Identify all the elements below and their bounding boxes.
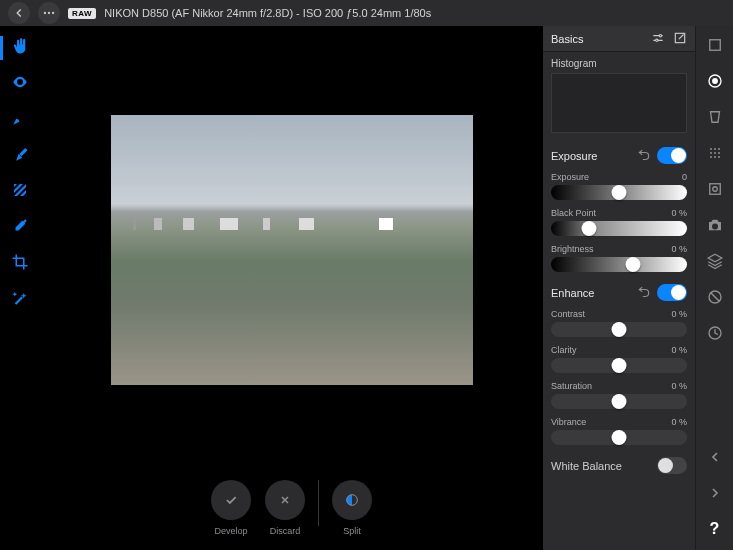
svg-point-13 bbox=[710, 152, 712, 154]
discard-label: Discard bbox=[270, 526, 301, 536]
svg-point-1 bbox=[48, 12, 50, 14]
svg-rect-19 bbox=[709, 184, 720, 195]
histogram-label: Histogram bbox=[551, 58, 687, 69]
saturation-slider-value: 0 % bbox=[671, 381, 687, 391]
svg-point-15 bbox=[718, 152, 720, 154]
header-bar: RAW NIKON D850 (AF Nikkor 24mm f/2.8D) -… bbox=[0, 0, 733, 26]
saturation-slider-label: Saturation bbox=[551, 381, 592, 391]
split-label: Split bbox=[343, 526, 361, 536]
svg-point-2 bbox=[52, 12, 54, 14]
exposure-section-title: Exposure bbox=[551, 150, 597, 162]
brightness-slider-value: 0 % bbox=[671, 244, 687, 254]
preview-image bbox=[111, 115, 473, 385]
left-toolbar bbox=[0, 26, 40, 550]
enhance-toggle[interactable] bbox=[657, 284, 687, 301]
clarity-slider-label: Clarity bbox=[551, 345, 577, 355]
blackpoint-slider[interactable] bbox=[551, 221, 687, 236]
next-image-icon[interactable] bbox=[704, 482, 726, 504]
crop-straighten-icon[interactable] bbox=[704, 34, 726, 56]
disabled-icon[interactable] bbox=[704, 286, 726, 308]
crop-tool-icon[interactable] bbox=[8, 250, 32, 274]
paintbrush-tool-icon[interactable] bbox=[8, 142, 32, 166]
enhance-reset-icon[interactable] bbox=[637, 286, 651, 300]
layers-icon[interactable] bbox=[704, 250, 726, 272]
geometry-icon[interactable] bbox=[704, 106, 726, 128]
white-balance-toggle[interactable] bbox=[657, 457, 687, 474]
vibrance-slider[interactable] bbox=[551, 430, 687, 445]
svg-rect-7 bbox=[709, 40, 720, 51]
exposure-slider-label: Exposure bbox=[551, 172, 589, 182]
svg-point-17 bbox=[714, 156, 716, 158]
magic-wand-tool-icon[interactable] bbox=[8, 286, 32, 310]
exposure-slider-value: 0 bbox=[682, 172, 687, 182]
raw-badge: RAW bbox=[68, 8, 96, 19]
brush-tool-icon[interactable] bbox=[8, 106, 32, 130]
svg-point-11 bbox=[714, 148, 716, 150]
eye-tool-icon[interactable] bbox=[8, 70, 32, 94]
clarity-slider-value: 0 % bbox=[671, 345, 687, 355]
exposure-reset-icon[interactable] bbox=[637, 149, 651, 163]
blackpoint-slider-label: Black Point bbox=[551, 208, 596, 218]
svg-point-14 bbox=[714, 152, 716, 154]
image-canvas[interactable] bbox=[40, 26, 543, 474]
develop-label: Develop bbox=[214, 526, 247, 536]
image-metadata-title: NIKON D850 (AF Nikkor 24mm f/2.8D) - ISO… bbox=[104, 7, 431, 19]
gradient-tool-icon[interactable] bbox=[8, 178, 32, 202]
eyedropper-tool-icon[interactable] bbox=[8, 214, 32, 238]
contrast-slider-value: 0 % bbox=[671, 309, 687, 319]
svg-point-16 bbox=[710, 156, 712, 158]
saturation-slider[interactable] bbox=[551, 394, 687, 409]
brightness-slider-label: Brightness bbox=[551, 244, 594, 254]
svg-point-12 bbox=[718, 148, 720, 150]
develop-button[interactable] bbox=[211, 480, 251, 520]
right-toolbar: ? bbox=[695, 26, 733, 550]
contrast-slider[interactable] bbox=[551, 322, 687, 337]
contrast-slider-label: Contrast bbox=[551, 309, 585, 319]
expand-icon[interactable] bbox=[673, 31, 687, 47]
svg-point-20 bbox=[712, 187, 717, 192]
settings-sliders-icon[interactable] bbox=[651, 31, 665, 47]
svg-point-10 bbox=[710, 148, 712, 150]
svg-point-5 bbox=[656, 39, 658, 41]
vibrance-slider-value: 0 % bbox=[671, 417, 687, 427]
adjustments-panel: Basics Histogram Exposure Exposure0 Blac… bbox=[543, 26, 695, 550]
vibrance-slider-label: Vibrance bbox=[551, 417, 586, 427]
prev-image-icon[interactable] bbox=[704, 446, 726, 468]
histogram-box[interactable] bbox=[551, 73, 687, 133]
white-balance-section-title: White Balance bbox=[551, 460, 622, 472]
exposure-slider[interactable] bbox=[551, 185, 687, 200]
panel-title: Basics bbox=[551, 33, 583, 45]
noise-icon[interactable] bbox=[704, 142, 726, 164]
more-button[interactable] bbox=[38, 2, 60, 24]
svg-point-9 bbox=[712, 79, 717, 84]
clarity-slider[interactable] bbox=[551, 358, 687, 373]
svg-point-4 bbox=[659, 34, 661, 36]
svg-point-0 bbox=[44, 12, 46, 14]
back-button[interactable] bbox=[8, 2, 30, 24]
split-button[interactable] bbox=[332, 480, 372, 520]
discard-button[interactable] bbox=[265, 480, 305, 520]
sharpen-icon[interactable] bbox=[704, 178, 726, 200]
adjust-panel-icon[interactable] bbox=[704, 70, 726, 92]
hand-tool-icon[interactable] bbox=[8, 34, 32, 58]
brightness-slider[interactable] bbox=[551, 257, 687, 272]
bottom-action-bar: Develop Discard Split bbox=[40, 474, 543, 550]
blackpoint-slider-value: 0 % bbox=[671, 208, 687, 218]
help-icon[interactable]: ? bbox=[704, 518, 726, 540]
enhance-section-title: Enhance bbox=[551, 287, 594, 299]
exposure-toggle[interactable] bbox=[657, 147, 687, 164]
history-icon[interactable] bbox=[704, 322, 726, 344]
camera-icon[interactable] bbox=[704, 214, 726, 236]
svg-point-18 bbox=[718, 156, 720, 158]
